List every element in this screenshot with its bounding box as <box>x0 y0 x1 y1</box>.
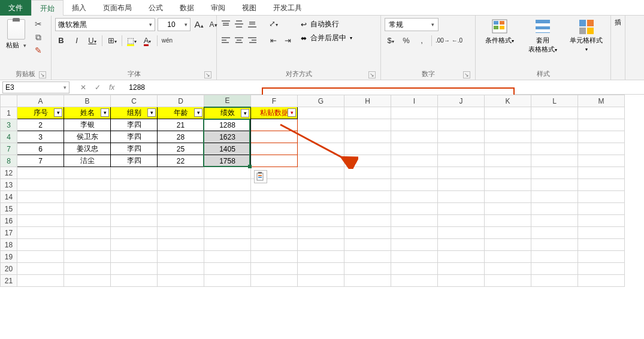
cell-D14[interactable] <box>158 191 204 203</box>
tab-formula[interactable]: 公式 <box>140 0 171 16</box>
cell-L13[interactable] <box>531 179 578 191</box>
cell-D1[interactable]: 年龄▾ <box>158 107 204 119</box>
cell-H20[interactable] <box>344 263 391 275</box>
cell-C12[interactable] <box>111 167 158 179</box>
col-header-F[interactable]: F <box>251 95 298 107</box>
cell-G14[interactable] <box>298 191 344 203</box>
cell-A8[interactable]: 7 <box>17 155 64 167</box>
cell-G4[interactable] <box>298 131 344 143</box>
cell-C16[interactable] <box>111 215 158 227</box>
cell-F16[interactable] <box>251 215 298 227</box>
font-color-button[interactable]: A▾ <box>141 35 153 47</box>
align-center-icon[interactable] <box>234 36 244 46</box>
tab-data[interactable]: 数据 <box>171 0 202 16</box>
cell-B21[interactable] <box>64 275 111 287</box>
cell-G20[interactable] <box>298 263 344 275</box>
cell-G12[interactable] <box>298 167 344 179</box>
tab-file[interactable]: 文件 <box>0 0 31 16</box>
cell-J18[interactable] <box>438 239 485 251</box>
cell-J21[interactable] <box>438 275 485 287</box>
increase-decimal-button[interactable]: .00→ <box>436 35 448 47</box>
align-left-icon[interactable] <box>220 36 231 46</box>
copy-icon[interactable]: ⧉ <box>34 32 43 42</box>
filter-dropdown-icon[interactable]: ▾ <box>241 109 249 117</box>
cell-L3[interactable] <box>531 119 578 131</box>
cell-L12[interactable] <box>531 167 578 179</box>
cell-F15[interactable] <box>251 203 298 215</box>
cell-A15[interactable] <box>17 203 64 215</box>
cell-J14[interactable] <box>438 191 485 203</box>
orientation-button[interactable]: ⤢▾ <box>267 18 279 30</box>
cell-A7[interactable]: 6 <box>17 143 64 155</box>
cell-B8[interactable]: 洁尘 <box>64 155 111 167</box>
filter-dropdown-icon[interactable]: ▾ <box>54 108 62 117</box>
italic-button[interactable]: I <box>71 35 83 47</box>
cell-F18[interactable] <box>251 239 298 251</box>
decrease-decimal-button[interactable]: ←.0 <box>451 35 463 47</box>
row-header-14[interactable]: 14 <box>1 191 17 203</box>
cell-F3[interactable] <box>251 119 298 131</box>
cell-L16[interactable] <box>531 215 578 227</box>
cell-M13[interactable] <box>578 179 625 191</box>
comma-format-button[interactable]: , <box>416 35 428 47</box>
cell-K7[interactable] <box>485 143 531 155</box>
cell-G15[interactable] <box>298 203 344 215</box>
cell-F21[interactable] <box>251 275 298 287</box>
row-header-4[interactable]: 4 <box>1 131 17 143</box>
worksheet-grid[interactable]: ABCDEFGHIJKLM1序号▾姓名▾组别▾年龄▾绩效▾粘贴数据▾32李银李四… <box>0 95 644 287</box>
tab-home[interactable]: 开始 <box>31 0 64 16</box>
underline-button[interactable]: U▾ <box>86 35 98 47</box>
row-header-1[interactable]: 1 <box>1 107 17 119</box>
cell-G21[interactable] <box>298 275 344 287</box>
cell-D20[interactable] <box>158 263 204 275</box>
cell-M16[interactable] <box>578 215 625 227</box>
cell-K16[interactable] <box>485 215 531 227</box>
cell-K18[interactable] <box>485 239 531 251</box>
cell-D7[interactable]: 25 <box>158 143 204 155</box>
cell-L20[interactable] <box>531 263 578 275</box>
col-header-E[interactable]: E <box>204 95 251 107</box>
cell-A12[interactable] <box>17 167 64 179</box>
cell-F4[interactable] <box>251 131 298 143</box>
indent-decrease-icon[interactable]: ⇤ <box>267 35 279 47</box>
table-format-button[interactable]: 套用 表格格式▾ <box>526 18 560 54</box>
percent-format-button[interactable]: % <box>400 35 412 47</box>
cell-H21[interactable] <box>344 275 391 287</box>
cell-M18[interactable] <box>578 239 625 251</box>
cell-I17[interactable] <box>391 227 438 239</box>
col-header-L[interactable]: L <box>531 95 578 107</box>
row-header-17[interactable]: 17 <box>1 227 17 239</box>
cell-H15[interactable] <box>344 203 391 215</box>
enter-icon[interactable]: ✓ <box>95 83 101 92</box>
cell-E16[interactable] <box>204 215 251 227</box>
cell-D16[interactable] <box>158 215 204 227</box>
cell-A3[interactable]: 2 <box>17 119 64 131</box>
cell-L14[interactable] <box>531 191 578 203</box>
cell-F7[interactable] <box>251 143 298 155</box>
cell-C21[interactable] <box>111 275 158 287</box>
filter-dropdown-icon[interactable]: ▾ <box>147 108 156 117</box>
cell-I16[interactable] <box>391 215 438 227</box>
cell-G7[interactable] <box>298 143 344 155</box>
cell-E21[interactable] <box>204 275 251 287</box>
group-expand-icon[interactable]: ↘ <box>39 71 46 78</box>
cell-G3[interactable] <box>298 119 344 131</box>
tab-insert[interactable]: 插入 <box>64 0 95 16</box>
group-expand-icon[interactable]: ↘ <box>463 71 470 78</box>
phonetic-button[interactable]: wén <box>161 35 173 47</box>
cell-H3[interactable] <box>344 119 391 131</box>
cell-M12[interactable] <box>578 167 625 179</box>
row-header-15[interactable]: 15 <box>1 203 17 215</box>
cell-C18[interactable] <box>111 239 158 251</box>
cell-A17[interactable] <box>17 227 64 239</box>
cell-A1[interactable]: 序号▾ <box>17 107 64 119</box>
tab-view[interactable]: 视图 <box>234 0 265 16</box>
cell-K3[interactable] <box>485 119 531 131</box>
cell-K19[interactable] <box>485 251 531 263</box>
accounting-format-button[interactable]: $▾ <box>385 35 397 47</box>
cell-L17[interactable] <box>531 227 578 239</box>
row-header-13[interactable]: 13 <box>1 179 17 191</box>
align-top-icon[interactable] <box>220 19 231 29</box>
cell-L15[interactable] <box>531 203 578 215</box>
row-header-12[interactable]: 12 <box>1 167 17 179</box>
